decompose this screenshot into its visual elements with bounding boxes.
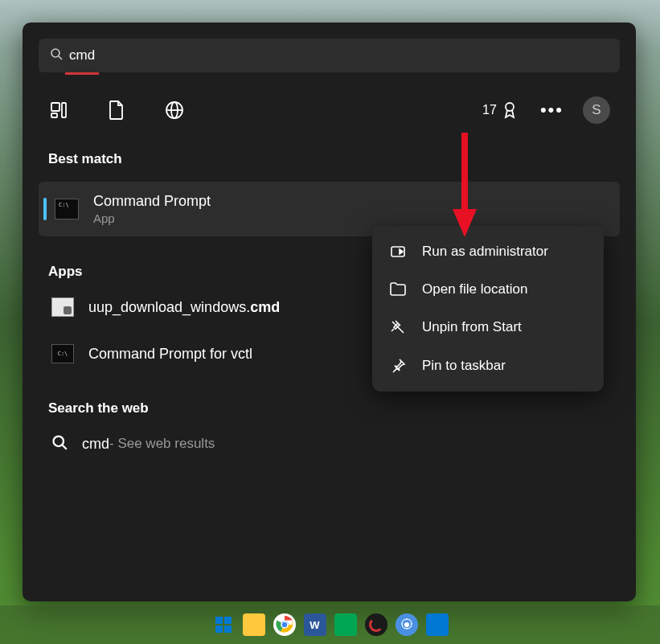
svg-point-21: [404, 622, 409, 627]
ctx-pin-taskbar[interactable]: Pin to taskbar: [377, 347, 599, 385]
result-title: Command Prompt: [93, 193, 211, 210]
documents-filter-icon[interactable]: [106, 100, 127, 121]
avatar-initial: S: [592, 102, 601, 118]
svg-rect-4: [62, 103, 66, 117]
search-input[interactable]: [69, 47, 609, 64]
context-menu: Run as administrator Open file location …: [372, 226, 604, 392]
app-green-icon[interactable]: [334, 613, 357, 636]
web-suffix: - See web results: [109, 436, 215, 452]
shield-icon: [388, 243, 408, 260]
explorer-icon[interactable]: [243, 613, 265, 636]
search-web-label: Search the web: [48, 400, 620, 416]
terminal-icon: C:\: [51, 344, 74, 363]
svg-point-8: [506, 103, 514, 111]
web-result[interactable]: cmd - See web results: [39, 425, 620, 463]
unpin-icon: [388, 318, 408, 336]
web-filter-icon[interactable]: [164, 100, 185, 121]
ctx-unpin-start[interactable]: Unpin from Start: [377, 308, 599, 347]
filter-row: 17 ••• S: [39, 96, 620, 124]
svg-line-10: [63, 445, 67, 449]
folder-icon: [388, 281, 408, 297]
word-icon[interactable]: W: [304, 613, 326, 636]
svg-rect-17: [224, 626, 232, 633]
selection-indicator: [43, 198, 47, 220]
start-button[interactable]: [212, 613, 235, 636]
svg-rect-15: [224, 617, 232, 624]
svg-point-9: [54, 437, 64, 447]
svg-rect-16: [215, 626, 223, 633]
ctx-label: Pin to taskbar: [422, 358, 506, 374]
avatar[interactable]: S: [583, 96, 610, 124]
search-box[interactable]: [39, 39, 620, 72]
ctx-label: Open file location: [422, 281, 527, 297]
svg-point-0: [51, 49, 59, 57]
ctx-open-location[interactable]: Open file location: [377, 271, 599, 308]
spellcheck-underline: [65, 72, 99, 75]
rewards-points: 17: [482, 103, 497, 117]
web-term: cmd: [82, 436, 109, 453]
ctx-label: Run as administrator: [422, 244, 548, 260]
svg-rect-2: [51, 103, 59, 111]
svg-rect-3: [51, 113, 57, 117]
svg-point-20: [281, 621, 288, 628]
search-icon: [50, 47, 63, 64]
taskbar: W: [0, 605, 660, 644]
command-prompt-icon: C:\: [55, 199, 79, 219]
ctx-run-as-admin[interactable]: Run as administrator: [377, 232, 599, 271]
rewards-icon: [502, 101, 518, 119]
svg-line-1: [59, 56, 62, 59]
app-blue-icon[interactable]: [426, 613, 449, 636]
best-match-label: Best match: [48, 151, 620, 167]
rewards-indicator[interactable]: 17: [482, 101, 518, 119]
ctx-label: Unpin from Start: [422, 319, 522, 335]
svg-rect-14: [215, 617, 223, 624]
settings-icon[interactable]: [396, 613, 418, 636]
result-subtitle: App: [93, 211, 211, 225]
chrome-icon[interactable]: [273, 613, 296, 636]
apps-filter-icon[interactable]: [48, 100, 69, 121]
app-loader-icon[interactable]: [365, 613, 387, 636]
cmd-file-icon: [51, 297, 74, 317]
pin-icon: [388, 357, 408, 375]
search-icon: [51, 434, 68, 453]
more-button[interactable]: •••: [540, 100, 564, 121]
